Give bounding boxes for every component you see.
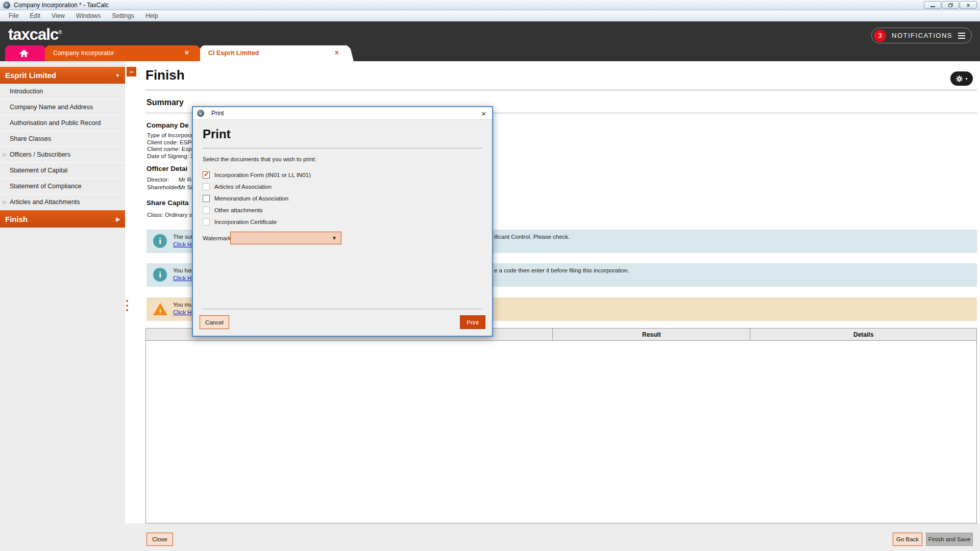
splitter-handle[interactable]	[126, 300, 128, 311]
go-back-button[interactable]: Go Back	[893, 533, 922, 546]
expand-arrow-icon[interactable]: ▷	[3, 199, 7, 205]
sidebar-item-share-classes[interactable]: Share Classes	[0, 131, 125, 147]
chevron-down-icon: ▼	[115, 73, 120, 78]
app-header: taxcalc® 3 NOTIFICATIONS Company Incorpo…	[0, 21, 980, 61]
menu-view[interactable]: View	[46, 10, 70, 21]
expand-arrow-icon[interactable]: ▷	[3, 152, 7, 157]
print-button[interactable]: Print	[460, 315, 485, 329]
bottom-bar	[125, 523, 980, 551]
notifications-label: NOTIFICATIONS	[892, 32, 952, 39]
sidebar-item-statement-of-capital[interactable]: Statement of Capital	[0, 163, 125, 179]
results-table-body	[145, 341, 977, 523]
tab-company-incorporator[interactable]: Company Incorporator ×	[45, 45, 197, 61]
sidebar-item-authorisation-and-public-record[interactable]: Authorisation and Public Record	[0, 115, 125, 131]
info-icon: i	[153, 268, 167, 282]
checkbox-row-memorandum-of-association[interactable]: Memorandum of Association	[203, 192, 482, 204]
page-title: Finish	[145, 67, 185, 83]
warning-icon: !	[153, 303, 167, 315]
print-dialog: c Print × Print Select the documents tha…	[192, 106, 493, 337]
close-button[interactable]: ×	[960, 1, 977, 9]
cancel-button[interactable]: Cancel	[200, 315, 229, 329]
print-dialog-body: Print Select the documents that you wish…	[193, 120, 492, 336]
sidebar-item-company-name-and-address[interactable]: Company Name and Address	[0, 99, 125, 115]
menu-bar: File Edit View Windows Settings Help	[0, 10, 980, 21]
notifications-badge: 3	[874, 30, 886, 42]
sidebar-item-introduction[interactable]: Introduction	[0, 84, 125, 99]
notifications-button[interactable]: 3 NOTIFICATIONS	[871, 28, 972, 43]
share-capital-line: Class: Ordinary sh	[147, 212, 195, 219]
print-instruction: Select the documents that you wish to pr…	[203, 156, 482, 162]
checkbox-row-articles-of-association[interactable]: Articles of Association	[203, 181, 482, 192]
sidebar: Esprit Limited ▼ Introduction Company Na…	[0, 61, 125, 551]
sidebar-item-finish[interactable]: Finish ▶	[0, 210, 125, 228]
checkbox-disabled-icon	[203, 207, 210, 214]
chevron-down-icon: ▼	[332, 235, 337, 241]
info-icon: i	[153, 234, 167, 248]
sidebar-item-articles-and-attachments[interactable]: ▷Articles and Attachments	[0, 194, 125, 210]
summary-section-title: Summary	[146, 98, 184, 107]
hamburger-icon	[958, 33, 965, 39]
home-icon	[19, 49, 29, 58]
restore-button[interactable]	[942, 1, 959, 9]
close-page-button[interactable]: Close	[146, 533, 173, 546]
chevron-right-icon: ▶	[116, 216, 120, 222]
tab-home[interactable]	[5, 45, 43, 61]
os-titlebar: c Company Incorporation * - TaxCalc ×	[0, 0, 980, 10]
sidebar-header-esprit-limited[interactable]: Esprit Limited ▼	[0, 67, 125, 84]
checkbox-disabled-icon	[203, 218, 210, 226]
watermark-dropdown[interactable]: ▼	[230, 232, 341, 244]
watermark-label: Watermark	[203, 235, 230, 241]
sidebar-item-officers-subscribers[interactable]: ▷Officers / Subscribers	[0, 147, 125, 163]
checkbox-row-incorporation-certificate[interactable]: Incorporation Certificate	[203, 216, 482, 228]
tab-ci-esprit-limited[interactable]: CI Esprit Limited ×	[200, 45, 347, 61]
window-title: Company Incorporation * - TaxCalc	[14, 2, 924, 9]
taxcalc-logo: taxcalc®	[8, 26, 62, 44]
chevron-down-icon: ▼	[965, 77, 968, 81]
application-window: c Company Incorporation * - TaxCalc × Fi…	[0, 0, 980, 551]
menu-settings[interactable]: Settings	[107, 10, 140, 21]
company-details-lines: Type of Incorporat Client code: ESP01 Cl…	[147, 132, 198, 160]
checkbox-row-incorporation-form[interactable]: ✓ Incorporation Form (IN01 or LL IN01)	[203, 169, 482, 181]
taxcalc-window-icon: c	[197, 110, 204, 117]
checkbox-checked-icon[interactable]: ✓	[203, 171, 210, 179]
officer-details-lines: Director:Mr Ro Shareholder:Mr Sir	[147, 176, 194, 191]
settings-gear-button[interactable]: ▼	[950, 71, 973, 86]
menu-help[interactable]: Help	[140, 10, 164, 21]
share-capital-heading: Share Capita	[146, 199, 189, 207]
minimize-button[interactable]	[924, 1, 941, 9]
print-heading: Print	[203, 127, 482, 141]
print-dialog-title: Print	[211, 110, 479, 117]
checkbox-disabled-icon	[203, 183, 210, 190]
tab-close-icon[interactable]: ×	[185, 48, 189, 57]
checkbox-row-other-attachments[interactable]: Other attachments	[203, 204, 482, 216]
column-header-details: Details	[750, 329, 976, 340]
company-details-heading: Company De	[146, 121, 189, 129]
officer-details-heading: Officer Detai	[146, 165, 187, 172]
dialog-close-icon[interactable]: ×	[479, 109, 488, 118]
tab-close-icon[interactable]: ×	[335, 48, 339, 57]
gear-icon	[955, 74, 964, 83]
tab-strip: Company Incorporator × CI Esprit Limited…	[0, 45, 980, 61]
print-dialog-titlebar[interactable]: c Print ×	[193, 107, 492, 120]
menu-windows[interactable]: Windows	[70, 10, 107, 21]
checkbox-unchecked-icon[interactable]	[203, 195, 210, 202]
menu-file[interactable]: File	[3, 10, 24, 21]
taxcalc-window-icon: c	[3, 2, 10, 9]
column-header-result: Result	[553, 329, 750, 340]
menu-edit[interactable]: Edit	[24, 10, 46, 21]
sidebar-item-statement-of-compliance[interactable]: Statement of Compliance	[0, 179, 125, 194]
finish-and-save-button[interactable]: Finish and Save	[926, 533, 973, 546]
sidebar-collapse-button[interactable]: −	[127, 67, 136, 77]
